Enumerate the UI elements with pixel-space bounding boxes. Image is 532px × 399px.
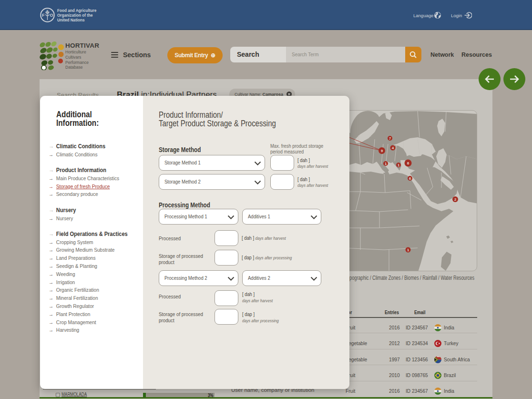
svg-text:9: 9 — [381, 149, 383, 153]
svg-text:2: 2 — [454, 197, 456, 202]
svg-text:1: 1 — [398, 163, 399, 167]
svg-text:1: 1 — [385, 162, 387, 166]
svg-text:6: 6 — [409, 176, 411, 181]
svg-text:O: O — [50, 13, 53, 18]
svg-text:6: 6 — [407, 161, 409, 165]
svg-text:7: 7 — [389, 136, 391, 141]
svg-text:F: F — [42, 13, 45, 18]
svg-text:1: 1 — [407, 248, 409, 252]
